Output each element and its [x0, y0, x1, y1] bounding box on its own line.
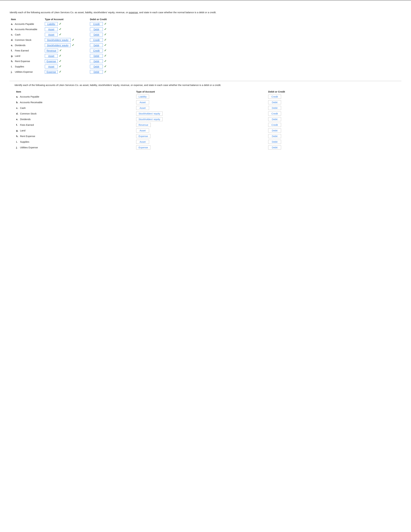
dc-cell: Credit✓ — [89, 21, 401, 27]
sol-dc-box: Debit — [268, 128, 281, 133]
check-icon: ✓ — [104, 28, 107, 31]
type-cell: Expense✓ — [44, 69, 89, 75]
sol-item-letter: e. — [16, 118, 19, 121]
type-answer-box: Asset — [45, 54, 58, 58]
item-letter: j. — [11, 70, 14, 73]
sol-item-letter: f. — [16, 124, 19, 126]
sol-dc-cell: Credit — [267, 122, 363, 128]
sol-type-box: Stockholders' equity — [136, 112, 163, 116]
dc-answer-box: Debit — [90, 65, 103, 68]
item-letter: g. — [11, 55, 14, 57]
sol-type-cell: Expense — [135, 133, 267, 139]
dc-answer-box: Debit — [90, 33, 103, 37]
sol-item-letter: g. — [16, 129, 19, 132]
sol-type-box: Revenue — [136, 123, 151, 127]
table-row: i. SuppliesAsset✓Debit✓ — [10, 64, 401, 69]
solution-table-row: e. DividendsStockholders' equityDebit — [15, 116, 363, 122]
type-cell: Asset✓ — [44, 27, 89, 32]
solution-table: Item Type of Account Debit or Credit a. … — [15, 89, 363, 150]
type-cell: Stockholders' equity✓ — [44, 43, 89, 48]
type-answer-box: Asset — [45, 28, 58, 31]
dc-cell: Credit✓ — [89, 37, 401, 43]
solution-table-row: d. Common StockStockholders' equityCredi… — [15, 111, 363, 116]
sol-dc-box: Debit — [268, 117, 281, 121]
sol-type-box: Asset — [136, 106, 149, 110]
sol-dc-box: Credit — [268, 95, 281, 99]
sol-dc-cell: Debit — [267, 128, 363, 133]
sol-item-letter: j. — [16, 146, 19, 149]
sol-item-cell: i. Supplies — [15, 139, 135, 145]
sol-type-cell: Asset — [135, 139, 267, 145]
item-cell: g. Land — [10, 53, 44, 58]
table-row: h. Rent ExpenseExpense✓Debit✓ — [10, 58, 401, 64]
type-answer-box: Stockholders' equity — [45, 43, 71, 47]
col-header-dc: Debit or Credit — [89, 17, 401, 21]
dc-answer-box: Debit — [90, 59, 103, 63]
sol-dc-cell: Debit — [267, 139, 363, 145]
sol-type-box: Asset — [136, 100, 149, 104]
sol-item-cell: j. Utilities Expense — [15, 145, 135, 150]
dc-answer-box: Debit — [90, 54, 103, 58]
check-icon: ✓ — [104, 38, 107, 42]
item-cell: j. Utilities Expense — [10, 69, 44, 75]
item-letter: e. — [11, 44, 14, 47]
sol-dc-cell: Debit — [267, 105, 363, 111]
solution-table-row: c. CashAssetDebit — [15, 105, 363, 111]
dc-cell: Credit✓ — [89, 48, 401, 53]
check-icon: ✓ — [59, 54, 61, 57]
sol-dc-box: Debit — [268, 140, 281, 144]
type-cell: Expense✓ — [44, 58, 89, 64]
sol-dc-box: Credit — [268, 112, 281, 116]
intro-text: Identify each of the following accounts … — [10, 11, 401, 14]
dc-cell: Debit✓ — [89, 53, 401, 58]
check-icon: ✓ — [104, 43, 107, 47]
dc-cell: Debit✓ — [89, 27, 401, 32]
col-header-item: Item — [10, 17, 44, 21]
type-cell: Stockholders' equity✓ — [44, 37, 89, 43]
dc-cell: Debit✓ — [89, 69, 401, 75]
sol-type-box: Asset — [136, 140, 149, 144]
type-answer-box: Expense — [45, 59, 58, 63]
sol-dc-cell: Debit — [267, 99, 363, 105]
item-letter: h. — [11, 60, 14, 63]
sol-type-cell: Stockholders' equity — [135, 111, 267, 116]
check-icon: ✓ — [59, 22, 61, 26]
check-icon: ✓ — [59, 65, 61, 68]
sol-item-letter: a. — [16, 95, 19, 98]
sol-col-dc: Debit or Credit — [267, 89, 363, 94]
divider — [10, 81, 401, 81]
item-cell: c. Cash — [10, 32, 44, 37]
table-row: b. Accounts ReceivableAsset✓Debit✓ — [10, 27, 401, 32]
dc-answer-box: Debit — [90, 70, 103, 74]
sol-item-cell: g. Land — [15, 128, 135, 133]
dc-answer-box: Credit — [90, 49, 103, 52]
sol-type-cell: Stockholders' equity — [135, 116, 267, 122]
table-row: d. Common StockStockholders' equity✓Cred… — [10, 37, 401, 43]
sol-dc-cell: Credit — [267, 111, 363, 116]
sol-col-item: Item — [15, 89, 135, 94]
solution-table-row: a. Accounts PayableLiabilityCredit — [15, 94, 363, 99]
type-cell: Asset✓ — [44, 64, 89, 69]
type-answer-box: Asset — [45, 33, 58, 37]
item-letter: i. — [11, 65, 14, 68]
sol-item-cell: c. Cash — [15, 105, 135, 111]
check-icon: ✓ — [104, 59, 107, 63]
dc-cell: Debit✓ — [89, 43, 401, 48]
sol-item-cell: h. Rent Expense — [15, 133, 135, 139]
sol-type-cell: Expense — [135, 145, 267, 150]
check-icon: ✓ — [72, 43, 74, 47]
table-row: a. Accounts PayableLiability✓Credit✓ — [10, 21, 401, 27]
sol-type-cell: Liability — [135, 94, 267, 99]
sol-dc-cell: Credit — [267, 94, 363, 99]
table-row: j. Utilities ExpenseExpense✓Debit✓ — [10, 69, 401, 75]
sol-item-letter: h. — [16, 135, 19, 138]
type-answer-box: Liability — [45, 22, 58, 26]
type-cell: Revenue✓ — [44, 48, 89, 53]
solution-table-wrapper: Item Type of Account Debit or Credit a. … — [10, 89, 401, 150]
item-cell: e. Dividends — [10, 43, 44, 48]
sol-item-cell: d. Common Stock — [15, 111, 135, 116]
check-icon: ✓ — [59, 33, 61, 36]
sol-type-box: Stockholders' equity — [136, 117, 163, 121]
sol-type-cell: Revenue — [135, 122, 267, 128]
item-cell: f. Fees Earned — [10, 48, 44, 53]
